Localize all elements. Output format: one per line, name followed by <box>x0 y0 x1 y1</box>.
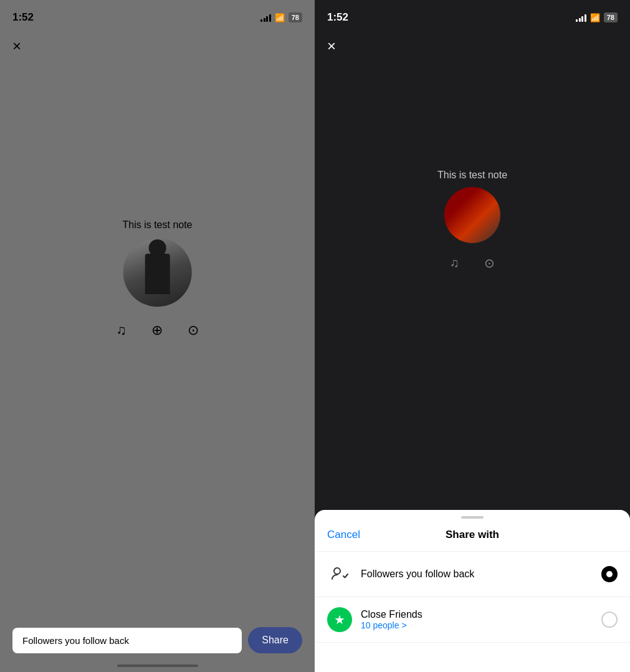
right-music-icon[interactable]: ♫ <box>450 256 459 271</box>
share-sheet: Cancel Share with Followers you follow b… <box>315 510 630 672</box>
camera-icon[interactable]: ⊙ <box>188 322 199 338</box>
right-time: 1:52 <box>327 11 348 24</box>
sheet-header: Cancel Share with <box>315 529 630 552</box>
right-signal-icon <box>576 13 586 22</box>
svg-point-0 <box>334 568 340 574</box>
right-wifi-icon: 📶 <box>590 13 600 22</box>
right-signal-bar-1 <box>576 19 578 22</box>
right-battery: 78 <box>604 12 618 22</box>
left-followers-label: Followers you follow back <box>12 628 242 653</box>
followers-radio-dot <box>606 571 613 577</box>
gif-icon[interactable]: ⊕ <box>151 322 163 338</box>
right-status-bar: 1:52 📶 78 <box>315 0 630 31</box>
left-note-area: This is test note ♫ ⊕ ⊙ <box>116 218 199 338</box>
left-status-bar: 1:52 📶 78 <box>0 0 315 31</box>
left-panel: 1:52 📶 78 × This is test note ♫ ⊕ ⊙ Foll… <box>0 0 315 672</box>
signal-bar-1 <box>260 19 262 22</box>
left-avatar <box>123 238 192 307</box>
right-signal-bar-4 <box>585 14 586 22</box>
signal-bar-3 <box>266 16 268 22</box>
signal-bar-4 <box>269 14 271 22</box>
followers-radio[interactable] <box>601 566 618 582</box>
left-home-indicator <box>117 665 198 667</box>
left-battery: 78 <box>289 12 302 22</box>
left-action-icons: ♫ ⊕ ⊙ <box>116 322 199 338</box>
right-panel: 1:52 📶 78 × This is test note ♫ ⊙ Cancel… <box>315 0 630 672</box>
left-time: 1:52 <box>12 11 34 24</box>
left-wifi-icon: 📶 <box>275 13 285 22</box>
right-note-area: This is test note ♫ ⊙ <box>437 168 507 271</box>
sheet-handle <box>461 516 484 519</box>
left-status-icons: 📶 78 <box>260 12 302 22</box>
close-friends-sublabel[interactable]: 10 people > <box>361 620 593 630</box>
left-avatar-image <box>123 238 192 307</box>
left-share-button[interactable]: Share <box>248 627 302 653</box>
close-friends-option[interactable]: ★ Close Friends 10 people > <box>315 597 630 643</box>
right-avatar <box>444 187 500 243</box>
music-icon[interactable]: ♫ <box>116 322 126 338</box>
left-note-text: This is test note <box>122 218 192 232</box>
close-friends-icon: ★ <box>327 607 352 632</box>
right-signal-bar-2 <box>579 18 581 22</box>
close-friends-radio[interactable] <box>601 612 618 628</box>
left-signal-icon <box>260 13 271 22</box>
close-friends-label: Close Friends <box>361 609 593 620</box>
right-close-button[interactable]: × <box>327 37 336 55</box>
cancel-button[interactable]: Cancel <box>327 529 360 541</box>
right-signal-bar-3 <box>581 16 583 22</box>
left-close-button[interactable]: × <box>12 37 21 55</box>
right-action-icons: ♫ ⊙ <box>450 256 495 271</box>
followers-option[interactable]: Followers you follow back <box>315 552 630 597</box>
close-friends-option-text: Close Friends 10 people > <box>361 609 593 630</box>
signal-bar-2 <box>264 18 265 22</box>
left-bottom-bar: Followers you follow back Share <box>0 621 315 660</box>
sheet-title: Share with <box>446 529 499 541</box>
followers-icon <box>327 562 352 587</box>
right-camera-icon[interactable]: ⊙ <box>484 256 495 271</box>
right-status-icons: 📶 78 <box>576 12 618 22</box>
right-note-text: This is test note <box>437 168 507 182</box>
followers-option-label: Followers you follow back <box>361 569 593 580</box>
followers-option-text: Followers you follow back <box>361 569 593 580</box>
